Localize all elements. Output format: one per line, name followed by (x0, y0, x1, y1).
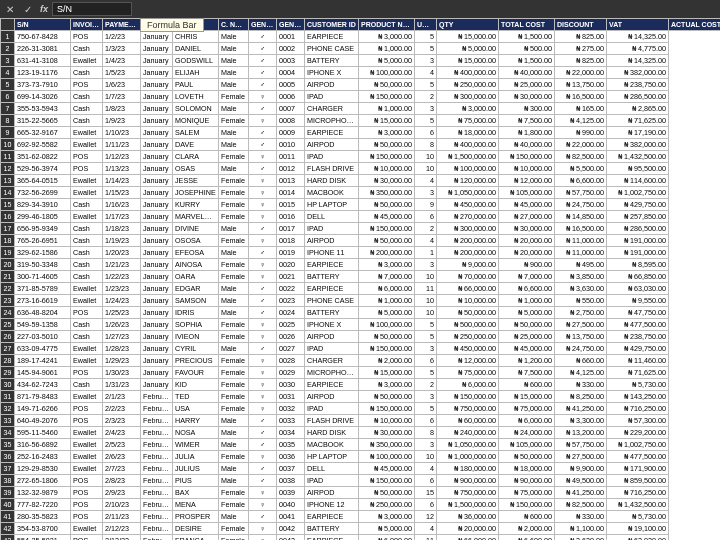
cell[interactable]: 0003 (277, 55, 305, 67)
cell[interactable]: ₦ 45,000.00 (359, 463, 415, 475)
cell[interactable]: ₦ 825.00 (555, 55, 607, 67)
table-row[interactable]: 41280-35-5823POS2/11/23FebruaryPROSPERMa… (1, 511, 721, 523)
cell[interactable]: IPHONE 11 (305, 247, 359, 259)
cell[interactable]: ♂ (249, 55, 277, 67)
cell[interactable]: ♂ (249, 79, 277, 91)
row-header[interactable]: 11 (1, 151, 15, 163)
cell[interactable]: 4 (415, 463, 437, 475)
table-row[interactable]: 32149-71-6266POS2/2/23FebruaryUSAFemale♀… (1, 403, 721, 415)
col-header[interactable]: INVOICE ID (71, 19, 103, 31)
cell[interactable]: ♀ (249, 259, 277, 271)
row-header[interactable]: 15 (1, 199, 15, 211)
cell[interactable]: 1/11/23 (103, 139, 141, 151)
cell[interactable]: Female (219, 391, 249, 403)
cell[interactable]: ₦ 50,000.00 (359, 199, 415, 211)
cell[interactable]: Female (219, 151, 249, 163)
cell[interactable]: ₦ 30,000.00 (359, 175, 415, 187)
cell[interactable]: Cash (71, 259, 103, 271)
cell[interactable]: ♀ (249, 403, 277, 415)
cell[interactable]: ₦ 25,000.00 (499, 79, 555, 91)
cell[interactable]: ₦ 75,000.00 (499, 487, 555, 499)
cell[interactable]: ♂ (249, 43, 277, 55)
cell[interactable]: ₦ 40,000.00 (499, 67, 555, 79)
cell[interactable]: Female (219, 271, 249, 283)
cell[interactable]: 692-92-5582 (15, 139, 71, 151)
cell[interactable]: Ewallet (71, 451, 103, 463)
cell[interactable]: ₦ 3,000.00 (359, 127, 415, 139)
cell[interactable]: ♂ (249, 427, 277, 439)
cell[interactable]: ♂ (249, 139, 277, 151)
cell[interactable]: ₦ 50,000.00 (437, 307, 499, 319)
cell[interactable]: Ewallet (71, 127, 103, 139)
table-row[interactable]: 31871-79-8483Ewallet2/1/23FebruaryTEDFem… (1, 391, 721, 403)
cell[interactable]: 1/13/23 (103, 163, 141, 175)
cell[interactable]: 1 (415, 247, 437, 259)
cell[interactable]: 354-53-8700 (15, 523, 71, 535)
cell[interactable]: ₦ 95,500.00 (607, 163, 669, 175)
table-row[interactable]: 3631-41-3108Ewallet1/4/23JanuaryGODSWILL… (1, 55, 721, 67)
cell[interactable]: MARVELOUS (173, 211, 219, 223)
cell[interactable]: 5 (415, 115, 437, 127)
cell[interactable]: ♀ (249, 271, 277, 283)
cell[interactable]: Male (219, 163, 249, 175)
cell[interactable]: ₦ 6,000.00 (359, 535, 415, 541)
cell[interactable]: ₦ 60,000.00 (437, 415, 499, 427)
cell[interactable]: ₦ 450,000.00 (437, 199, 499, 211)
cell[interactable]: ₦ 1,000.00 (359, 103, 415, 115)
cell[interactable]: 227-03-5010 (15, 331, 71, 343)
cell[interactable]: 554-25-5821 (15, 535, 71, 541)
cell[interactable]: ♀ (249, 199, 277, 211)
table-row[interactable]: 25549-59-1358Cash1/26/23JanuarySOPHIAFem… (1, 319, 721, 331)
cell[interactable]: 10 (415, 151, 437, 163)
cell[interactable]: ₦ 5,000.00 (499, 307, 555, 319)
cell[interactable]: POS (71, 499, 103, 511)
cell[interactable]: January (141, 235, 173, 247)
cell[interactable]: 1/20/23 (103, 247, 141, 259)
row-header[interactable]: 43 (1, 535, 15, 541)
cell[interactable]: ₦ 3,000.00 (359, 379, 415, 391)
cell[interactable]: DESIRE (173, 523, 219, 535)
cell[interactable]: ₦ 7,500.00 (499, 115, 555, 127)
cell[interactable]: 829-34-3910 (15, 199, 71, 211)
cell[interactable]: ₦ 6,000.00 (499, 415, 555, 427)
table-row[interactable]: 22371-85-5789Ewallet1/23/23JanuaryEDGARM… (1, 283, 721, 295)
row-header[interactable]: 5 (1, 79, 15, 91)
cell[interactable]: ♂ (249, 295, 277, 307)
cell[interactable]: CHRIS (173, 31, 219, 43)
cell[interactable]: ₦ 50,000.00 (359, 487, 415, 499)
cell[interactable]: ₦ 20,000.00 (437, 523, 499, 535)
cell[interactable]: OARA (173, 271, 219, 283)
cell[interactable]: January (141, 343, 173, 355)
cell[interactable]: 529-56-3974 (15, 163, 71, 175)
col-header[interactable]: C. NAME (219, 19, 249, 31)
table-row[interactable]: 42354-53-8700Ewallet2/12/23FebruaryDESIR… (1, 523, 721, 535)
row-header[interactable]: 14 (1, 187, 15, 199)
cell[interactable]: Male (219, 295, 249, 307)
table-row[interactable]: 36252-16-2483Ewallet2/6/23FebruaryJULIAF… (1, 451, 721, 463)
cell[interactable]: ₦ 6,600.00 (499, 283, 555, 295)
cell[interactable]: January (141, 79, 173, 91)
cell[interactable]: Female (219, 331, 249, 343)
row-header[interactable]: 18 (1, 235, 15, 247)
cell[interactable]: 636-48-8204 (15, 307, 71, 319)
cell[interactable]: 0038 (277, 475, 305, 487)
table-row[interactable]: 34595-11-5460Ewallet2/4/23FebruaryNOSAMa… (1, 427, 721, 439)
cell[interactable]: 373-73-7910 (15, 79, 71, 91)
cell[interactable]: 123-19-1176 (15, 67, 71, 79)
cell[interactable]: ₦ 82,500.00 (555, 151, 607, 163)
cell[interactable]: 1/3/23 (103, 43, 141, 55)
cell[interactable]: 5 (415, 31, 437, 43)
cell[interactable]: DELL (305, 463, 359, 475)
cell[interactable]: 0034 (277, 427, 305, 439)
cell[interactable]: ₦ 3,850.00 (555, 271, 607, 283)
cell[interactable]: Male (219, 343, 249, 355)
cell[interactable]: ₦ 14,850.00 (555, 211, 607, 223)
cell[interactable]: 0022 (277, 283, 305, 295)
row-header[interactable]: 23 (1, 295, 15, 307)
cell[interactable]: 640-49-2076 (15, 415, 71, 427)
cell[interactable]: WIMER (173, 439, 219, 451)
row-header[interactable]: 41 (1, 511, 15, 523)
cell[interactable]: 1/27/23 (103, 331, 141, 343)
cell[interactable]: IPAD (305, 403, 359, 415)
cell[interactable]: ₦ 400,000.00 (437, 139, 499, 151)
